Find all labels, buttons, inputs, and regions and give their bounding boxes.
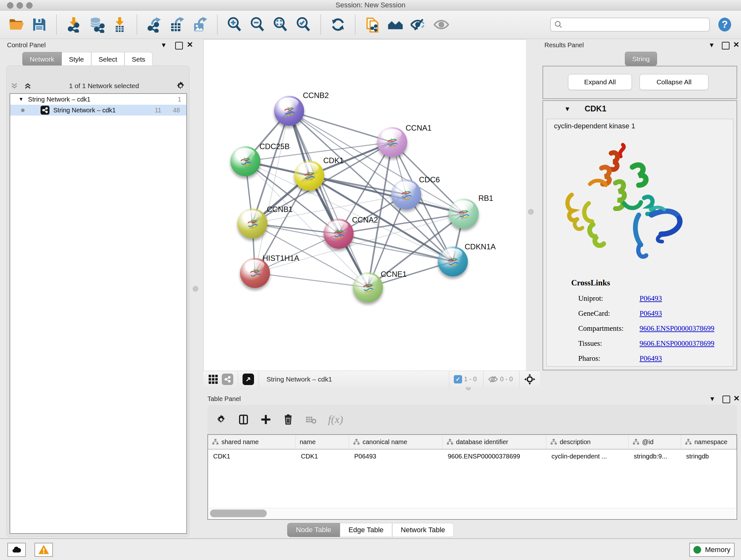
gear-icon[interactable] [176,81,186,91]
search-input[interactable] [563,21,706,29]
tab-network[interactable]: Network [22,52,62,66]
network-node-rb1[interactable] [449,199,479,229]
tab-string[interactable]: String [625,52,657,66]
column-header-namespace[interactable]: namespace [681,435,737,449]
tab-style[interactable]: Style [62,52,91,66]
tab-network-table[interactable]: Network Table [392,523,454,537]
table-gear-icon[interactable] [216,414,226,425]
crosslink-value-link[interactable]: P06493 [639,309,662,318]
control-panel-close-icon[interactable]: ✕ [187,41,193,48]
export-image-icon[interactable] [192,17,208,33]
table-cell[interactable]: cyclin-dependent ... [546,449,629,463]
results-panel-float-icon[interactable] [722,42,730,50]
network-collection-row[interactable]: ▼ String Network – cdk1 1 [10,94,186,105]
crosslink-value-link[interactable]: 9606.ENSP00000378699 [639,339,715,348]
control-panel-menu-icon[interactable]: ▼ [160,42,167,49]
search-field[interactable] [550,17,710,32]
table-panel-menu-icon[interactable]: ▼ [709,395,716,402]
zoom-fit-icon[interactable] [273,17,288,33]
zoom-in-icon[interactable] [226,17,243,33]
network-edge[interactable] [255,273,368,287]
left-splitter-handle[interactable] [193,286,198,292]
table-hscrollbar[interactable] [209,508,736,518]
add-column-icon[interactable] [260,414,271,425]
collapse-all-button[interactable]: Collapse All [639,74,709,90]
table-cell[interactable]: stringdb [681,449,737,463]
open-session-icon[interactable] [8,17,24,33]
zoom-selected-icon[interactable] [295,17,312,33]
crosslink-value-link[interactable]: 9606.ENSP00000378699 [639,324,715,333]
tab-select[interactable]: Select [91,52,125,66]
import-network-icon[interactable] [66,17,82,33]
network-node-cdk1[interactable] [294,161,324,191]
network-edge[interactable] [289,111,368,287]
table-row[interactable]: CDK1CDK1P064939606.ENSP00000378699cyclin… [208,449,737,463]
column-header-name[interactable]: name [296,435,349,449]
import-table-icon[interactable] [112,17,128,33]
right-splitter-handle[interactable] [528,209,534,214]
column-header-canonical-name[interactable]: canonical name [349,435,443,449]
node-label-ccnb2: CCNB2 [303,91,329,100]
warnings-button[interactable] [35,543,53,557]
column-header--id[interactable]: @id [629,435,681,449]
network-node-ccnb1[interactable] [238,208,267,239]
column-header-description[interactable]: description [546,435,629,449]
network-share-view-icon[interactable] [222,374,233,385]
refresh-icon[interactable] [330,17,346,33]
crosslink-value-link[interactable]: P06493 [639,354,662,363]
export-network-icon[interactable] [146,17,162,33]
table-panel-float-icon[interactable] [723,395,730,403]
current-network-dot-icon [21,109,24,112]
column-header-shared-name[interactable]: shared name [208,435,296,449]
network-node-cdc25b[interactable] [230,146,260,176]
network-node-ccna2[interactable] [324,219,354,249]
network-canvas[interactable]: CCNB2CCNA1CDC25BCDK1CDC6RB1CCNB1CCNA2CDK… [203,39,526,371]
expand-all-button[interactable]: Expand All [568,74,632,90]
toolbar-separator [449,371,449,388]
control-panel-float-icon[interactable] [175,42,183,50]
birdseye-crosshair-icon[interactable] [524,374,536,385]
tab-edge-table[interactable]: Edge Table [340,523,392,537]
table-cell[interactable]: CDK1 [208,449,296,463]
results-panel-menu-icon[interactable]: ▼ [709,42,715,49]
show-columns-icon[interactable] [238,414,249,425]
memory-button[interactable]: Memory [689,543,735,557]
hscrollbar-thumb[interactable] [210,509,267,517]
network-node-cdkn1a[interactable] [438,246,468,276]
selected-checkbox-icon[interactable]: ✓ [454,375,462,383]
search-icon [554,20,563,29]
collapse-all-chevron-icon[interactable] [10,81,19,91]
export-table-icon[interactable] [169,17,185,33]
cloud-button[interactable] [7,543,26,557]
table-cell[interactable]: 9606.ENSP00000378699 [443,449,546,463]
column-header-database-identifier[interactable]: database identifier [443,435,546,449]
import-network-from-database-icon[interactable] [89,17,105,33]
network-edge[interactable] [289,111,392,142]
expand-all-chevron-icon[interactable] [23,81,32,91]
tab-sets[interactable]: Sets [125,52,152,66]
cdk1-expander-icon[interactable]: ▼ [564,105,570,112]
first-neighbors-icon[interactable] [387,17,403,33]
results-panel-close-icon[interactable]: ✕ [733,41,739,48]
toolbar-separator [519,371,520,388]
delete-column-icon[interactable] [283,414,293,425]
grid-view-icon[interactable] [208,374,219,385]
tab-node-table[interactable]: Node Table [287,523,340,537]
table-cell[interactable]: P06493 [349,449,443,463]
help-icon[interactable]: ? [717,17,733,33]
network-node-ccna1[interactable] [377,127,407,157]
network-node-ccnb2[interactable] [274,96,304,126]
crosslink-value-link[interactable]: P06493 [639,294,662,303]
network-row-selected[interactable]: String Network – cdk1 11 48 [10,105,186,116]
network-node-cdc6[interactable] [391,179,421,209]
clone-network-icon[interactable] [364,17,381,33]
collection-expander-icon[interactable]: ▼ [18,97,23,102]
save-session-icon[interactable] [31,17,47,33]
network-node-ccne1[interactable] [353,272,383,302]
zoom-out-icon[interactable] [250,17,266,33]
detach-view-icon[interactable] [243,374,254,385]
table-cell[interactable]: stringdb:9... [629,449,681,463]
hide-selected-icon[interactable] [410,17,426,33]
table-panel-close-icon[interactable]: ✕ [733,395,740,402]
table-cell[interactable]: CDK1 [296,449,349,463]
